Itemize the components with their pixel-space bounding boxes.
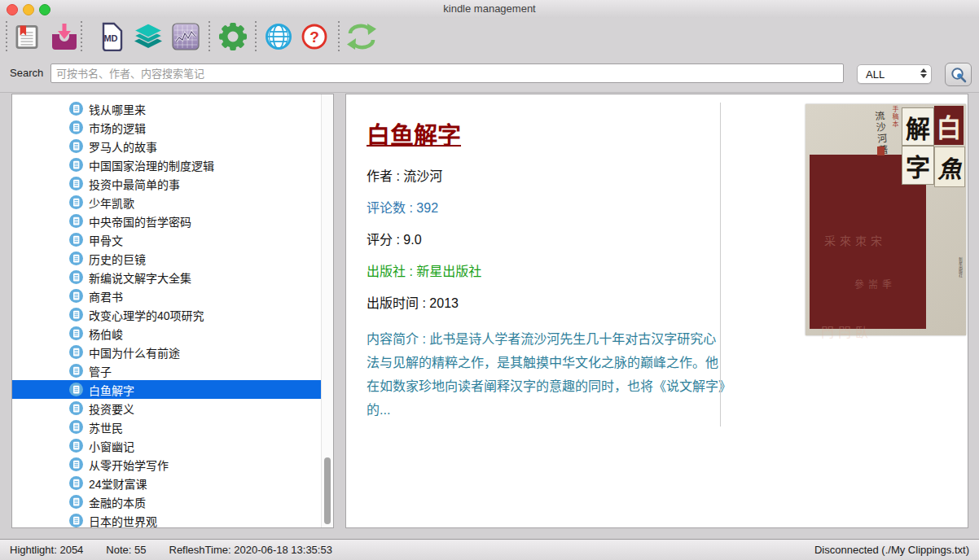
field-separator: : xyxy=(406,201,416,215)
book-note-icon xyxy=(69,252,83,265)
book-list-item[interactable]: 小窗幽记 xyxy=(12,436,334,455)
field-label: 评论数 xyxy=(367,201,406,215)
book-title-label: 投资中最简单的事 xyxy=(89,176,180,192)
notes-document-button[interactable] xyxy=(15,21,39,52)
status-note-count: Note: 55 xyxy=(106,544,146,556)
toolbar-separator xyxy=(209,21,210,52)
book-list-item[interactable]: 24堂财富课 xyxy=(12,474,334,492)
book-title-label: 市场的逻辑 xyxy=(89,120,146,136)
book-field: 内容简介 : 此书是诗人学者流沙河先生几十年对古汉字研究心法与见解的精粹之作，是… xyxy=(367,327,725,422)
book-note-icon xyxy=(69,308,83,322)
statistics-button[interactable] xyxy=(172,21,200,52)
toolbar-separator xyxy=(81,21,82,52)
book-list-item[interactable]: 中央帝国的哲学密码 xyxy=(12,212,334,230)
markdown-export-button[interactable]: MD xyxy=(99,21,124,52)
magnifier-icon xyxy=(950,66,968,84)
book-detail-title-link[interactable]: 白鱼解字 xyxy=(367,121,461,151)
book-note-icon xyxy=(69,495,83,509)
book-title-label: 中国国家治理的制度逻辑 xyxy=(89,157,214,173)
book-list-item[interactable]: 钱从哪里来 xyxy=(12,99,334,118)
sidebar-scrollbar-thumb[interactable] xyxy=(324,457,331,524)
field-value: 392 xyxy=(416,201,438,215)
book-list-item[interactable]: 杨伯峻 xyxy=(12,324,334,343)
status-highlight-count: Hightlight: 2054 xyxy=(10,544,83,556)
book-note-icon xyxy=(69,289,83,303)
help-button[interactable]: ? xyxy=(301,21,328,52)
sidebar-scrollbar[interactable] xyxy=(321,94,333,527)
book-list-item[interactable]: 白鱼解字 xyxy=(12,380,334,399)
filter-dropdown[interactable]: ALL xyxy=(857,64,932,84)
batch-export-button[interactable] xyxy=(134,21,163,52)
document-icon xyxy=(15,24,38,50)
book-list-item[interactable]: 新编说文解字大全集 xyxy=(12,268,334,287)
book-list: 钱从哪里来 市场的逻辑 xyxy=(12,99,322,528)
field-value: 流沙河 xyxy=(403,169,442,183)
book-list-item[interactable]: 改变心理学的40项研究 xyxy=(12,305,334,324)
book-note-icon xyxy=(69,177,83,190)
field-label: 作者 xyxy=(367,169,393,183)
book-list-item[interactable]: 日本的世界观 xyxy=(12,511,334,528)
book-title-label: 历史的巨镜 xyxy=(89,251,146,267)
sync-arrows-icon xyxy=(346,23,377,50)
book-title-label: 中国为什么有前途 xyxy=(89,344,180,361)
book-title-label: 白鱼解字 xyxy=(89,382,134,398)
book-note-icon xyxy=(69,270,83,284)
book-note-icon xyxy=(69,195,83,209)
book-title-label: 24堂财富课 xyxy=(89,475,147,492)
dropdown-chevrons-icon xyxy=(920,68,927,78)
book-list-item[interactable]: 金融的本质 xyxy=(12,492,334,511)
status-refresh-time: RefleshTime: 2020-06-18 13:35:53 xyxy=(169,544,332,556)
book-title-label: 投资要义 xyxy=(89,400,134,417)
book-list-item[interactable]: 投资要义 xyxy=(12,399,334,418)
book-title-label: 甲骨文 xyxy=(89,232,123,248)
import-clippings-button[interactable] xyxy=(50,21,78,52)
book-note-icon xyxy=(69,401,83,415)
search-input[interactable] xyxy=(50,63,844,83)
book-list-item[interactable]: 罗马人的故事 xyxy=(12,137,334,155)
book-note-icon xyxy=(69,345,83,359)
field-value: 9.0 xyxy=(403,233,421,247)
settings-button[interactable] xyxy=(218,21,248,52)
book-list-item[interactable]: 中国为什么有前途 xyxy=(12,343,334,361)
book-title-label: 新编说文解字大全集 xyxy=(89,269,191,286)
book-title-label: 苏世民 xyxy=(89,419,123,435)
book-note-icon xyxy=(69,214,83,228)
field-separator: : xyxy=(419,332,429,346)
book-list-item[interactable]: 从零开始学写作 xyxy=(12,455,334,474)
search-button[interactable] xyxy=(945,63,972,86)
detail-divider xyxy=(720,103,721,427)
download-tray-icon xyxy=(50,24,78,50)
field-separator: : xyxy=(406,265,416,278)
book-list-item[interactable]: 苏世民 xyxy=(12,418,334,436)
book-list-item[interactable]: 历史的巨镜 xyxy=(12,249,334,268)
book-note-icon xyxy=(69,233,83,247)
book-detail: 白鱼解字 作者 : 流沙河 评论数 : 392 评分 : 9.0 出版社 : 新… xyxy=(367,121,725,422)
toolbar-separator xyxy=(6,21,7,52)
book-title-label: 钱从哪里来 xyxy=(89,101,146,117)
search-label: Search xyxy=(10,67,43,79)
field-value: 新星出版社 xyxy=(416,265,481,278)
convert-button[interactable] xyxy=(346,21,377,52)
book-list-item[interactable]: 投资中最简单的事 xyxy=(12,174,334,193)
book-list-item[interactable]: 少年凯歌 xyxy=(12,193,334,212)
book-list-item[interactable]: 中国国家治理的制度逻辑 xyxy=(12,155,334,174)
book-field: 出版时间 : 2013 xyxy=(367,295,725,312)
book-list-item[interactable]: 甲骨文 xyxy=(12,230,334,249)
question-icon: ? xyxy=(301,23,328,50)
book-note-icon xyxy=(69,420,83,434)
book-list-item[interactable]: 商君书 xyxy=(12,287,334,305)
toolbar: MD xyxy=(0,18,979,55)
cover-title-char: 白 xyxy=(934,106,964,145)
status-connection: Disconnected (./My Clippings.txt) xyxy=(814,544,969,556)
book-list-item[interactable]: 管子 xyxy=(12,361,334,380)
layers-icon xyxy=(134,24,163,50)
app-window: { "window": { "title": "kindle managemen… xyxy=(0,0,979,560)
web-lookup-button[interactable] xyxy=(265,21,292,52)
globe-icon xyxy=(265,23,292,50)
cover-texture: 采來朿宋 xyxy=(824,232,886,248)
book-field: 评分 : 9.0 xyxy=(367,232,725,248)
book-list-item[interactable]: 市场的逻辑 xyxy=(12,118,334,137)
book-title-label: 金融的本质 xyxy=(89,494,146,510)
cover-title-char: 字 xyxy=(902,146,934,185)
book-fields: 作者 : 流沙河 评论数 : 392 评分 : 9.0 出版社 : 新星出版社 … xyxy=(367,168,725,422)
